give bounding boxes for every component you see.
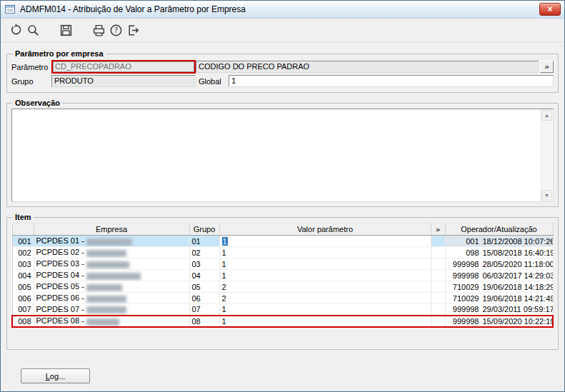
param-groupbox-title: Parâmetro por empresa xyxy=(13,49,106,58)
row-atualizacao: 18/12/2008 10:07:26 xyxy=(483,237,554,246)
lookup-button[interactable]: » xyxy=(540,61,554,73)
row-atualizacao: 19/06/2018 14:18:29 xyxy=(483,283,554,291)
table-row[interactable]: 007 PCPDES 07 - 07 1 99999829/03/2011 09… xyxy=(12,304,553,316)
row-operador: 999998 xyxy=(448,271,479,280)
redacted-company-name xyxy=(86,296,126,303)
exit-button[interactable] xyxy=(124,22,141,39)
row-num: 001 xyxy=(12,236,34,247)
row-operador: 098 xyxy=(448,248,479,257)
row-grupo: 01 xyxy=(189,236,219,247)
table-row[interactable]: 005 PCPDES 05 - 05 2 71002919/06/2018 14… xyxy=(12,281,553,293)
redacted-company-name xyxy=(86,284,122,291)
title-bar[interactable]: ADMFM014 - Atribuição de Valor a Parâmet… xyxy=(1,1,564,19)
row-valor: 2 xyxy=(222,294,226,303)
undo-icon xyxy=(9,24,23,37)
row-grupo: 07 xyxy=(189,304,219,316)
header-expand-button[interactable]: » xyxy=(431,223,445,236)
scroll-down-button[interactable]: ▼ xyxy=(541,190,552,201)
item-table-body: 001 PCPDES 01 - 01 1 00118/12/2008 10:07… xyxy=(12,236,553,327)
row-empresa-text: PCPDES 02 - xyxy=(36,248,84,256)
search-icon xyxy=(26,24,40,37)
row-num: 005 xyxy=(12,281,34,293)
row-valor: 1 xyxy=(222,260,226,268)
redacted-company-name xyxy=(86,306,126,313)
redacted-company-name xyxy=(86,261,129,268)
log-button[interactable]: Log... xyxy=(21,368,90,383)
row-operador: 710029 xyxy=(448,283,479,291)
header-grupo[interactable]: Grupo xyxy=(189,223,219,236)
row-valor: 1 xyxy=(222,317,226,326)
row-num: 003 xyxy=(12,258,34,270)
item-groupbox: Item Empresa Grupo Valor parâmetro » Ope… xyxy=(6,213,559,350)
row-atualizacao: 15/08/2018 16:40:19 xyxy=(483,248,554,257)
row-operador: 001 xyxy=(448,237,479,246)
exit-icon xyxy=(126,24,140,37)
row-grupo: 05 xyxy=(189,281,219,293)
scroll-down-icon: ▼ xyxy=(544,193,549,198)
param-row: Parâmetro CD_PRECOPADRAO CODIGO DO PRECO… xyxy=(11,60,554,74)
observacao-groupbox-title: Observação xyxy=(13,99,62,107)
help-button[interactable]: ? xyxy=(107,22,124,39)
parametro-description-field[interactable]: CODIGO DO PRECO PADRAO xyxy=(196,61,539,73)
app-icon xyxy=(4,4,16,15)
close-icon: × xyxy=(547,4,552,14)
row-num: 004 xyxy=(12,270,34,281)
header-empresa[interactable]: Empresa xyxy=(34,223,189,236)
help-icon: ? xyxy=(109,24,123,37)
param-groupbox: Parâmetro por empresa Parâmetro CD_PRECO… xyxy=(6,49,559,93)
table-row[interactable]: 004 PCPDES 04 - 04 1 99999806/03/2017 14… xyxy=(12,270,553,281)
scroll-up-button[interactable]: ▲ xyxy=(541,110,552,121)
toolbar-separator xyxy=(1,42,564,44)
row-num: 008 xyxy=(12,316,34,327)
row-valor: 2 xyxy=(222,283,226,291)
row-num: 002 xyxy=(12,247,34,258)
row-num: 007 xyxy=(12,304,34,316)
row-valor: 1 xyxy=(222,271,226,280)
row-grupo: 06 xyxy=(189,293,219,304)
header-operador[interactable]: Operador/Atualização xyxy=(445,223,553,236)
parametro-label: Parâmetro xyxy=(11,63,51,71)
observacao-textarea[interactable]: ▲ ▼ xyxy=(11,109,554,202)
row-grupo: 04 xyxy=(189,270,219,281)
global-field[interactable]: 1 xyxy=(229,75,554,87)
save-button[interactable] xyxy=(57,22,74,39)
redacted-company-name xyxy=(86,273,141,280)
redacted-company-name xyxy=(86,250,126,257)
row-valor: 1 xyxy=(222,248,226,257)
table-row[interactable]: 002 PCPDES 02 - 02 1 09815/08/2018 16:40… xyxy=(12,247,553,258)
item-groupbox-title: Item xyxy=(13,213,34,221)
global-label: Global xyxy=(196,77,229,86)
table-row[interactable]: 006 PCPDES 06 - 06 2 71002919/06/2018 14… xyxy=(12,293,553,304)
row-atualizacao: 15/09/2020 10:22:19 xyxy=(483,317,554,326)
redacted-company-name xyxy=(86,318,119,326)
parametro-field[interactable]: CD_PRECOPADRAO xyxy=(51,60,196,74)
row-empresa-text: PCPDES 03 - xyxy=(36,259,84,268)
row-atualizacao: 29/03/2011 09:59:17 xyxy=(483,305,554,313)
application-window: ADMFM014 - Atribuição de Valor a Parâmet… xyxy=(0,0,565,392)
table-row[interactable]: 008 PCPDES 08 - 08 1 99999815/09/2020 10… xyxy=(12,316,553,327)
svg-text:?: ? xyxy=(114,26,117,34)
row-valor: 1 xyxy=(222,237,228,246)
observacao-scrollbar[interactable]: ▲ ▼ xyxy=(541,110,552,201)
header-valor[interactable]: Valor parâmetro xyxy=(219,223,431,236)
table-row[interactable]: 001 PCPDES 01 - 01 1 00118/12/2008 10:07… xyxy=(12,236,553,247)
header-num xyxy=(12,223,34,236)
row-empresa-text: PCPDES 07 - xyxy=(36,305,84,313)
row-empresa-text: PCPDES 06 - xyxy=(36,293,84,302)
row-atualizacao: 19/06/2018 14:21:49 xyxy=(483,294,554,303)
row-grupo: 02 xyxy=(189,247,219,258)
scroll-up-icon: ▲ xyxy=(544,113,549,118)
grupo-field[interactable]: PRODUTO xyxy=(51,75,196,87)
row-num: 006 xyxy=(12,293,34,304)
undo-button[interactable] xyxy=(7,22,24,39)
row-empresa-text: PCPDES 01 - xyxy=(36,236,84,245)
close-button[interactable]: × xyxy=(539,3,561,16)
toolbar: ? xyxy=(1,19,564,42)
row-valor: 1 xyxy=(222,305,226,313)
print-icon xyxy=(92,24,106,37)
item-table: Empresa Grupo Valor parâmetro » Operador… xyxy=(11,223,554,328)
search-button[interactable] xyxy=(24,22,41,39)
row-operador: 999998 xyxy=(448,305,479,313)
table-row[interactable]: 003 PCPDES 03 - 03 1 99999828/05/2020 11… xyxy=(12,258,553,270)
print-button[interactable] xyxy=(90,22,107,39)
